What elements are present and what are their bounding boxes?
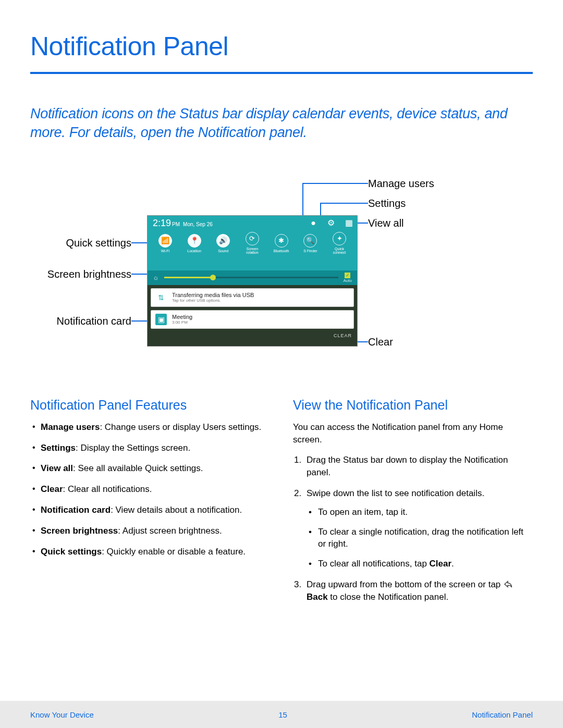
- qs-quick-connect[interactable]: ✦Quick connect: [329, 232, 350, 255]
- notification-card[interactable]: ⇅Transferring media files via USBTap for…: [151, 288, 354, 307]
- qs-label: Sound: [213, 249, 234, 253]
- feature-item: Screen brightness: Adjust screen brightn…: [30, 525, 270, 537]
- step-1: Drag the Status bar down to display the …: [293, 454, 533, 479]
- clock-time: 2:19: [153, 218, 171, 229]
- card-sub: 3:00 PM: [172, 320, 192, 325]
- substep-clear-all: To clear all notifications, tap Clear.: [307, 558, 533, 570]
- brightness-icon: ☼: [153, 274, 159, 281]
- clock-date: Mon, Sep 26: [183, 221, 213, 227]
- card-icon: ▣: [155, 314, 167, 325]
- callout-quick-settings: Quick settings: [66, 237, 131, 249]
- feature-item: Clear: Clear all notifications.: [30, 483, 270, 496]
- qs-label: Quick connect: [329, 247, 350, 255]
- feature-item: Quick settings: Quickly enable or disabl…: [30, 546, 270, 558]
- qs-label: Screen rotation: [242, 247, 263, 255]
- qs-icon: 🔍: [303, 234, 317, 248]
- substep-open: To open an item, tap it.: [307, 506, 533, 519]
- qs-icon: ⟳: [246, 232, 259, 245]
- leader-line: [302, 183, 368, 184]
- leader-line: [302, 183, 303, 219]
- slider-thumb[interactable]: [210, 275, 216, 280]
- brightness-slider[interactable]: ☼ ✓ Auto: [148, 270, 357, 285]
- intro-text: Notification icons on the Status bar dis…: [30, 104, 533, 142]
- view-all-icon[interactable]: ▦: [344, 218, 354, 228]
- page-footer: Know Your Device 15 Notification Panel: [0, 701, 563, 728]
- callout-view-all: View all: [368, 217, 404, 229]
- view-column: View the Notification Panel You can acce…: [293, 398, 533, 612]
- step-2-text: Swipe down the list to see notification …: [307, 488, 484, 498]
- qs-icon: 📍: [188, 234, 201, 248]
- back-icon: [503, 580, 512, 588]
- qs-location[interactable]: 📍Location: [184, 234, 205, 253]
- auto-brightness-toggle[interactable]: ✓ Auto: [344, 273, 352, 283]
- feature-item: Manage users: Change users or display Us…: [30, 421, 270, 434]
- qs-sound[interactable]: 🔊Sound: [213, 234, 234, 253]
- callout-clear: Clear: [368, 336, 393, 348]
- page-title: Notification Panel: [30, 31, 533, 61]
- qs-bluetooth[interactable]: ✱Bluetooth: [271, 234, 292, 253]
- callout-manage-users: Manage users: [368, 178, 434, 190]
- qs-s-finder[interactable]: 🔍S Finder: [300, 234, 321, 253]
- feature-item: Settings: Display the Settings screen.: [30, 442, 270, 454]
- substep-clear-one: To clear a single notification, drag the…: [307, 526, 533, 551]
- footer-left: Know Your Device: [30, 710, 94, 719]
- card-icon: ⇅: [155, 292, 167, 303]
- features-column: Notification Panel Features Manage users…: [30, 398, 270, 612]
- device-screenshot: 2:19 PM Mon, Sep 26 ● ⚙ ▦ 📶Wi-Fi📍Locatio…: [147, 215, 358, 347]
- view-intro: You can access the Notification panel fr…: [293, 421, 533, 446]
- notification-card[interactable]: ▣Meeting3:00 PM: [151, 310, 354, 329]
- feature-item: View all: See all available Quick settin…: [30, 462, 270, 475]
- card-title: Meeting: [172, 314, 192, 320]
- qs-label: Wi-Fi: [155, 249, 176, 253]
- qs-label: Bluetooth: [271, 249, 292, 253]
- callout-screen-brightness: Screen brightness: [47, 268, 131, 280]
- features-heading: Notification Panel Features: [30, 398, 270, 413]
- step-3: Drag upward from the bottom of the scree…: [293, 578, 533, 603]
- qs-screen-rotation[interactable]: ⟳Screen rotation: [242, 232, 263, 255]
- callout-notification-card: Notification card: [57, 315, 131, 327]
- card-sub: Tap for other USB options.: [172, 298, 254, 303]
- view-heading: View the Notification Panel: [293, 398, 533, 413]
- callout-settings: Settings: [368, 198, 406, 209]
- feature-item: Notification card: View details about a …: [30, 504, 270, 516]
- auto-label: Auto: [344, 278, 352, 283]
- manage-users-icon[interactable]: ●: [308, 218, 319, 228]
- qs-icon: 📶: [158, 234, 172, 248]
- slider-track[interactable]: [164, 277, 338, 278]
- title-divider: [30, 72, 533, 74]
- qs-wi-fi[interactable]: 📶Wi-Fi: [155, 234, 176, 253]
- quick-settings-row: 📶Wi-Fi📍Location🔊Sound⟳Screen rotation✱Bl…: [148, 229, 357, 255]
- leader-line: [320, 203, 368, 204]
- footer-right: Notification Panel: [472, 710, 533, 719]
- qs-icon: ✦: [333, 232, 346, 245]
- qs-label: S Finder: [300, 249, 321, 253]
- footer-page-number: 15: [278, 710, 287, 719]
- qs-icon: ✱: [275, 234, 288, 248]
- clock-ampm: PM: [172, 221, 180, 227]
- qs-label: Location: [184, 249, 205, 253]
- settings-icon[interactable]: ⚙: [326, 218, 336, 228]
- qs-icon: 🔊: [216, 234, 230, 248]
- step-2: Swipe down the list to see notification …: [293, 487, 533, 570]
- figure-area: Manage users Settings View all Clear Qui…: [30, 179, 533, 366]
- card-title: Transferring media files via USB: [172, 292, 254, 298]
- clear-button[interactable]: CLEAR: [334, 333, 352, 338]
